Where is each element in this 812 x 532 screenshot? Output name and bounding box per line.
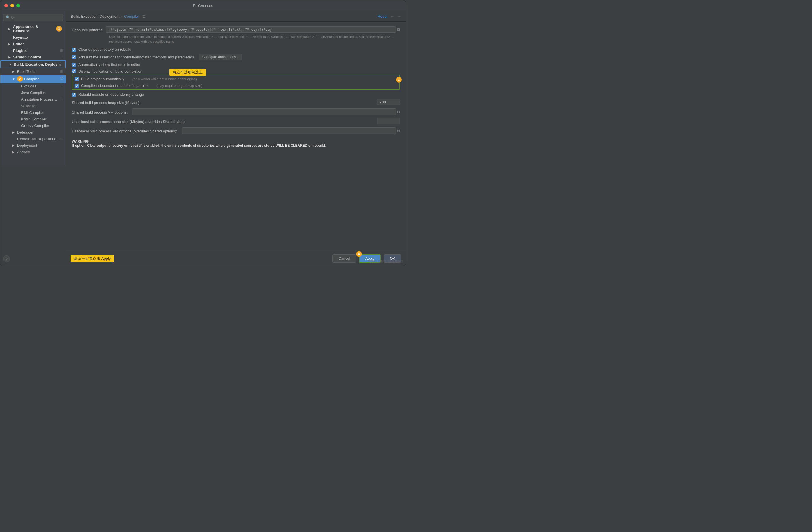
resource-patterns-row: Resource patterns: ⊡ <box>72 26 400 33</box>
auto-show-error-checkbox[interactable] <box>72 63 76 67</box>
sidebar-item-deployment[interactable]: ▶ Deployment <box>0 142 66 149</box>
expand-icon-vm[interactable]: ⊡ <box>397 110 400 114</box>
shared-heap-input[interactable] <box>377 99 400 105</box>
resource-patterns-input[interactable] <box>106 26 396 33</box>
arrow-icon: ▶ <box>8 42 12 46</box>
sidebar-item-rmi-compiler[interactable]: RMI Compiler <box>0 109 66 116</box>
sidebar-item-label: Kotlin Compiler <box>21 117 46 121</box>
sidebar-item-label: Editor <box>13 42 24 46</box>
user-heap-row: User-local build process heap size (Mbyt… <box>72 118 400 125</box>
sidebar-item-label: Build Tools <box>17 69 35 74</box>
panel-footer: 最后一定要点击 Apply Cancel 4 Apply OK CSDN @测试… <box>66 251 406 266</box>
sidebar-item-label: Java Compiler <box>21 90 45 95</box>
titlebar: Preferences <box>0 0 406 11</box>
sidebar-item-annotation-processors[interactable]: Annotation Process… ☰ <box>0 96 66 103</box>
annotation-text-2: 最后一定要点击 Apply <box>74 256 111 261</box>
sidebar-item-kotlin-compiler[interactable]: Kotlin Compiler <box>0 116 66 123</box>
grid-icon: ☰ <box>60 137 63 141</box>
resource-hint: Use ; to separate patterns and ! to nega… <box>72 34 400 44</box>
sidebar-item-groovy-compiler[interactable]: Groovy Compiler <box>0 123 66 129</box>
build-auto-row: Build project automatically (only works … <box>75 77 397 81</box>
sidebar-item-excludes[interactable]: Excludes ☰ <box>0 83 66 89</box>
grid-icon: ☰ <box>60 70 63 73</box>
build-auto-label[interactable]: Build project automatically <box>81 77 124 81</box>
shared-heap-row: Shared build process heap size (Mbytes): <box>72 99 400 105</box>
sidebar-item-label: Plugins <box>13 48 27 53</box>
sidebar-item-plugins[interactable]: Plugins ☰ <box>0 47 66 54</box>
arrow-icon: ▶ <box>12 144 16 147</box>
sidebar-item-label: Validation <box>21 104 37 108</box>
auto-show-error-row: Automatically show first error in editor <box>72 62 400 67</box>
sidebar-item-android[interactable]: ▶ Android <box>0 149 66 155</box>
close-button[interactable] <box>4 4 8 8</box>
question-icon: ? <box>5 257 8 261</box>
arrow-icon: ▶ <box>12 150 16 154</box>
sidebar-item-label: Groovy Compiler <box>21 124 49 128</box>
breadcrumb-sep: › <box>121 14 122 19</box>
shared-vm-label: Shared build process VM options: <box>72 109 128 114</box>
search-box[interactable]: 🔍 <box>3 14 63 21</box>
display-notification-row: Display notification on build completion… <box>72 69 400 73</box>
arrow-icon: ▼ <box>9 63 12 66</box>
grid-icon: ⊡ <box>142 14 146 19</box>
auto-show-error-label[interactable]: Automatically show first error in editor <box>78 62 141 67</box>
rebuild-module-label[interactable]: Rebuild module on dependency change <box>78 92 144 97</box>
expand-icon[interactable]: ⊡ <box>397 28 400 31</box>
sidebar-item-appearance[interactable]: ▶ Appearance & Behavior 1 <box>0 23 66 34</box>
clear-output-label[interactable]: Clear output directory on rebuild <box>78 47 131 52</box>
display-notification-checkbox[interactable] <box>72 69 76 73</box>
maximize-button[interactable] <box>16 4 20 8</box>
sidebar-item-build-tools[interactable]: ▶ Build Tools ☰ <box>0 68 66 75</box>
annotation-tooltip-2: 最后一定要点击 Apply <box>71 255 114 262</box>
sidebar-item-editor[interactable]: ▶ Editor <box>0 41 66 47</box>
shared-heap-label: Shared build process heap size (Mbytes): <box>72 100 375 105</box>
sidebar-item-label: Android <box>17 150 30 154</box>
back-button[interactable]: ← <box>390 14 394 19</box>
sidebar-item-version-control[interactable]: ▶ Version Control ☰ <box>0 54 66 60</box>
sidebar-item-build-exec[interactable]: ▼ Build, Execution, Deploym <box>0 60 66 68</box>
minimize-button[interactable] <box>10 4 14 8</box>
warning-box: WARNING! If option 'Clear output directo… <box>72 140 400 148</box>
step-badge-1: 1 <box>56 26 62 31</box>
search-icon: 🔍 <box>6 15 10 19</box>
reset-button[interactable]: Reset <box>378 14 387 19</box>
sidebar-item-label: RMI Compiler <box>21 110 44 115</box>
sidebar-item-label: 2 <box>17 76 24 82</box>
shared-vm-input[interactable] <box>132 109 396 115</box>
search-input[interactable] <box>11 15 60 19</box>
step-badge-2: 2 <box>17 76 23 82</box>
compile-parallel-checkbox[interactable] <box>75 84 79 88</box>
step-badge-4: 4 <box>356 251 362 257</box>
clear-output-checkbox[interactable] <box>72 47 76 52</box>
traffic-lights <box>4 4 20 8</box>
warning-title: WARNING! <box>72 140 90 144</box>
display-notification-label[interactable]: Display notification on build completion <box>78 69 142 73</box>
user-heap-input[interactable] <box>377 118 400 125</box>
expand-icon-user-vm[interactable]: ⊡ <box>397 129 400 133</box>
add-runtime-checkbox[interactable] <box>72 55 76 59</box>
user-vm-input[interactable] <box>182 127 396 134</box>
warning-text: If option 'Clear output directory on reb… <box>72 144 326 148</box>
sidebar-item-label: Annotation Process… <box>21 97 57 101</box>
watermark: CSDN @测试开发专项写作 <box>369 259 403 263</box>
sidebar-item-java-compiler[interactable]: Java Compiler <box>0 89 66 96</box>
sidebar-item-label: Appearance & Behavior <box>13 24 55 33</box>
help-button[interactable]: ? <box>3 255 10 262</box>
build-auto-checkbox[interactable] <box>75 77 79 81</box>
forward-button[interactable]: → <box>397 14 401 19</box>
compile-parallel-label[interactable]: Compile independent modules in parallel <box>81 83 148 88</box>
add-runtime-label[interactable]: Add runtime assertions for notnull-annot… <box>78 55 194 59</box>
cancel-button[interactable]: Cancel <box>332 254 356 262</box>
arrow-icon: ▶ <box>8 56 12 59</box>
sidebar-item-remote-jar[interactable]: Remote Jar Repositorie… ☰ <box>0 135 66 142</box>
sidebar-item-debugger[interactable]: ▶ Debugger <box>0 129 66 135</box>
compile-parallel-row: Compile independent modules in parallel … <box>75 83 397 88</box>
panel-header: Build, Execution, Deployment › Compiler … <box>66 11 406 22</box>
sidebar-item-keymap[interactable]: Keymap <box>0 34 66 41</box>
clear-output-row: Clear output directory on rebuild <box>72 47 400 52</box>
annotation-tooltip-1: 将这个选项勾选上 <box>169 69 206 76</box>
configure-annotations-button[interactable]: Configure annotations... <box>199 54 242 60</box>
sidebar-item-compiler[interactable]: ▼ 2 Compiler ☰ <box>0 75 66 83</box>
rebuild-module-checkbox[interactable] <box>72 92 76 97</box>
sidebar-item-validation[interactable]: Validation <box>0 103 66 109</box>
